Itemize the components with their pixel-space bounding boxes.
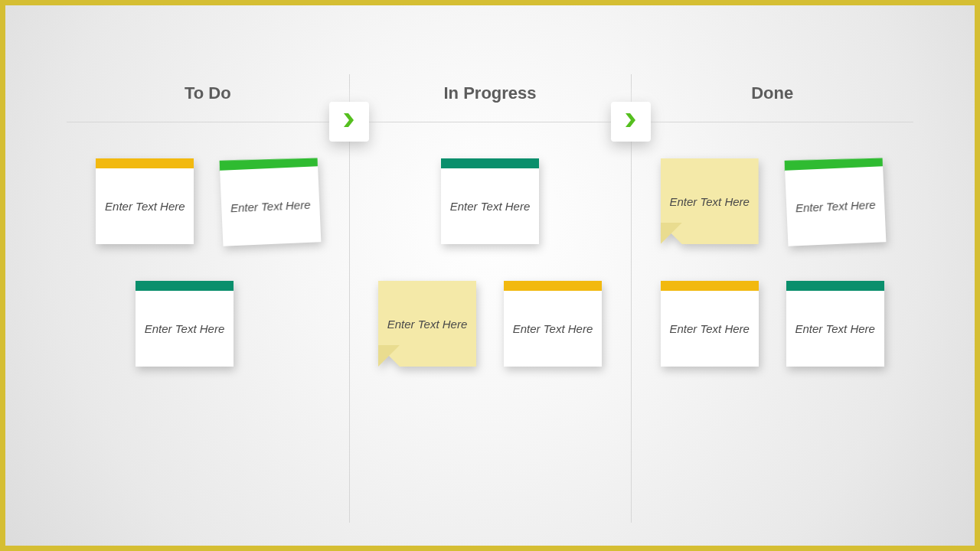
sticky-note[interactable]: Enter Text Here	[96, 158, 194, 244]
note-strip	[786, 281, 884, 292]
sticky-note[interactable]: Enter Text Here	[378, 281, 476, 367]
sticky-note[interactable]: Enter Text Here	[661, 281, 759, 367]
sticky-note[interactable]: Enter Text Here	[786, 281, 884, 367]
slide-frame: To Do In Progress Done Enter Text Here	[0, 0, 980, 551]
transition-button-1[interactable]	[329, 102, 369, 142]
lane-done: Enter Text Here Enter Text Here Enter Te…	[631, 158, 913, 500]
column-headers: To Do In Progress Done	[67, 74, 913, 112]
sticky-note[interactable]: Enter Text Here	[661, 158, 759, 244]
note-strip	[441, 158, 539, 169]
note-text: Enter Text Here	[220, 166, 322, 246]
note-text: Enter Text Here	[786, 291, 884, 367]
transition-button-2[interactable]	[611, 102, 651, 142]
note-strip	[96, 158, 194, 169]
lane-todo: Enter Text Here Enter Text Here Enter Te…	[67, 158, 349, 500]
chevron-right-icon	[622, 111, 640, 132]
note-strip	[661, 281, 759, 292]
note-strip	[504, 281, 602, 292]
note-text: Enter Text Here	[96, 168, 194, 244]
sticky-note[interactable]: Enter Text Here	[504, 281, 602, 367]
note-text: Enter Text Here	[661, 291, 759, 367]
header-inprogress: In Progress	[349, 83, 632, 103]
sticky-note[interactable]: Enter Text Here	[220, 156, 322, 246]
sticky-note[interactable]: Enter Text Here	[784, 156, 886, 246]
note-text: Enter Text Here	[785, 166, 886, 246]
kanban-board: To Do In Progress Done Enter Text Here	[67, 74, 913, 500]
horizontal-divider	[67, 122, 913, 122]
note-strip	[136, 281, 234, 292]
sticky-note[interactable]: Enter Text Here	[441, 158, 539, 244]
sticky-note[interactable]: Enter Text Here	[136, 281, 234, 367]
lane-inprogress: Enter Text Here Enter Text Here Enter Te…	[349, 158, 632, 500]
note-text: Enter Text Here	[504, 291, 602, 367]
chevron-right-icon	[340, 111, 358, 132]
note-text: Enter Text Here	[378, 281, 476, 367]
note-text: Enter Text Here	[661, 158, 759, 244]
lanes: Enter Text Here Enter Text Here Enter Te…	[67, 158, 913, 500]
header-todo: To Do	[67, 83, 349, 103]
note-text: Enter Text Here	[136, 291, 234, 367]
header-done: Done	[631, 83, 913, 103]
note-text: Enter Text Here	[441, 168, 539, 244]
